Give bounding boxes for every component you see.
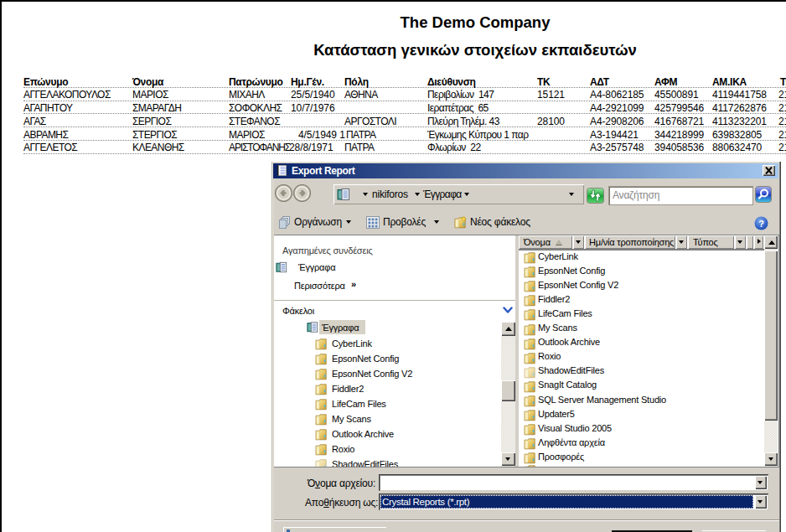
svg-text:?: ?: [758, 219, 764, 229]
